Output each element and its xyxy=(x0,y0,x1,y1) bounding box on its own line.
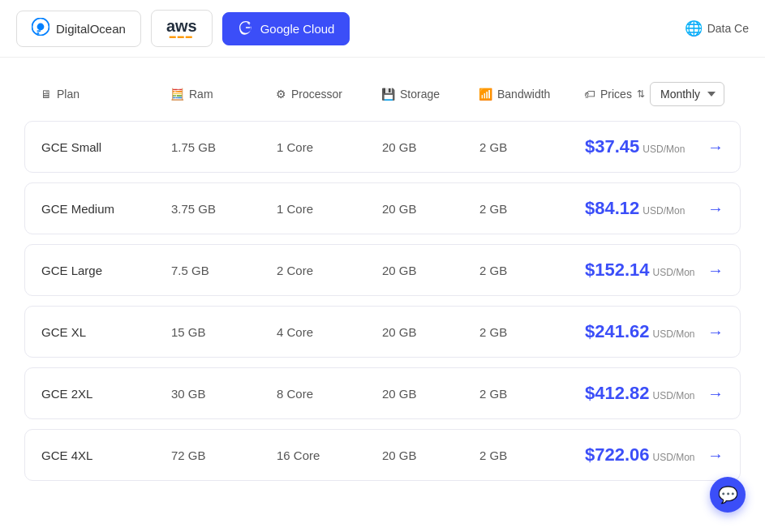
cell-processor-2: 2 Core xyxy=(277,264,382,277)
price-unit-3: USD/Mon xyxy=(653,328,695,340)
svg-point-1 xyxy=(37,23,45,30)
cell-processor-4: 8 Core xyxy=(277,387,382,401)
cell-plan-4: GCE 2XL xyxy=(41,387,171,401)
row-arrow-2[interactable]: → xyxy=(707,261,724,280)
data-center-selector[interactable]: 🌐 Data Ce xyxy=(685,19,749,37)
table-row[interactable]: GCE Small 1.75 GB 1 Core 20 GB 2 GB $37.… xyxy=(24,121,741,173)
globe-icon: 🌐 xyxy=(685,19,703,37)
ram-icon: 🧮 xyxy=(170,88,184,101)
col-header-plan: 🖥 Plan xyxy=(41,88,170,101)
cell-processor-5: 16 Core xyxy=(277,448,382,462)
bandwidth-icon: 📶 xyxy=(479,88,492,101)
header: DigitalOcean aws ▬▬▬ Google Cloud 🌐 Data… xyxy=(0,0,765,58)
row-arrow-0[interactable]: → xyxy=(707,138,724,157)
row-arrow-1[interactable]: → xyxy=(707,200,724,218)
plans-table: GCE Small 1.75 GB 1 Core 20 GB 2 GB $37.… xyxy=(24,121,741,491)
period-selector[interactable]: Monthly Hourly Yearly xyxy=(650,82,724,106)
cell-processor-1: 1 Core xyxy=(277,202,382,216)
cell-processor-3: 4 Core xyxy=(277,325,382,339)
brand-button-digitalocean[interactable]: DigitalOcean xyxy=(16,11,141,47)
table-row[interactable]: GCE Large 7.5 GB 2 Core 20 GB 2 GB $152.… xyxy=(24,244,741,296)
col-header-bandwidth: 📶 Bandwidth xyxy=(479,88,584,101)
plan-icon: 🖥 xyxy=(41,88,52,101)
cell-ram-2: 7.5 GB xyxy=(171,264,277,277)
cell-price-5: $722.06USD/Mon xyxy=(585,444,707,466)
col-header-prices: 🏷 Prices ⇅ xyxy=(584,88,650,101)
cell-plan-0: GCE Small xyxy=(41,140,171,154)
googlecloud-label: Google Cloud xyxy=(260,22,335,36)
col-header-processor: ⚙ Processor xyxy=(276,88,381,101)
price-unit-1: USD/Mon xyxy=(643,205,685,217)
table-row[interactable]: GCE Medium 3.75 GB 1 Core 20 GB 2 GB $84… xyxy=(24,182,741,234)
chat-icon: 💬 xyxy=(718,485,738,504)
column-headers: 🖥 Plan 🧮 Ram ⚙ Processor 💾 Storage 📶 Ban… xyxy=(24,74,741,114)
cell-bandwidth-5: 2 GB xyxy=(479,448,585,462)
cell-storage-3: 20 GB xyxy=(382,325,479,339)
row-arrow-5[interactable]: → xyxy=(707,446,724,465)
cell-bandwidth-0: 2 GB xyxy=(479,140,585,154)
table-row[interactable]: GCE 4XL 72 GB 16 Core 20 GB 2 GB $722.06… xyxy=(24,429,741,481)
cell-price-1: $84.12USD/Mon xyxy=(585,198,707,219)
cell-price-4: $412.82USD/Mon xyxy=(585,383,707,404)
cell-plan-3: GCE XL xyxy=(41,325,171,339)
brand-button-aws[interactable]: aws ▬▬▬ xyxy=(151,10,213,47)
cell-plan-2: GCE Large xyxy=(41,264,171,277)
row-arrow-4[interactable]: → xyxy=(707,384,724,403)
row-arrow-3[interactable]: → xyxy=(707,323,724,341)
table-row[interactable]: GCE 2XL 30 GB 8 Core 20 GB 2 GB $412.82U… xyxy=(24,367,741,419)
cell-storage-1: 20 GB xyxy=(382,202,479,216)
processor-icon: ⚙ xyxy=(276,88,286,101)
price-unit-4: USD/Mon xyxy=(653,390,695,401)
cell-bandwidth-1: 2 GB xyxy=(479,202,585,216)
cell-plan-1: GCE Medium xyxy=(41,202,171,216)
cell-price-3: $241.62USD/Mon xyxy=(585,321,707,342)
cell-processor-0: 1 Core xyxy=(277,140,382,154)
svg-rect-2 xyxy=(37,30,41,32)
prices-icon: 🏷 xyxy=(584,88,595,101)
cell-ram-3: 15 GB xyxy=(171,325,277,339)
cell-bandwidth-3: 2 GB xyxy=(479,325,585,339)
cell-price-0: $37.45USD/Mon xyxy=(585,136,707,157)
col-header-storage: 💾 Storage xyxy=(381,88,479,101)
sort-arrows-icon[interactable]: ⇅ xyxy=(637,88,645,100)
svg-rect-3 xyxy=(37,32,40,34)
cell-storage-0: 20 GB xyxy=(382,140,479,154)
data-center-label: Data Ce xyxy=(707,22,749,35)
main-content: 🖥 Plan 🧮 Ram ⚙ Processor 💾 Storage 📶 Ban… xyxy=(0,58,765,507)
price-unit-0: USD/Mon xyxy=(643,144,685,155)
cell-storage-2: 20 GB xyxy=(382,264,479,277)
googlecloud-icon xyxy=(238,19,254,38)
digitalocean-icon xyxy=(32,18,49,40)
cell-bandwidth-4: 2 GB xyxy=(479,387,585,401)
cell-storage-4: 20 GB xyxy=(382,387,479,401)
digitalocean-label: DigitalOcean xyxy=(56,22,126,36)
chat-bubble-button[interactable]: 💬 xyxy=(710,477,746,513)
price-unit-5: USD/Mon xyxy=(653,452,695,463)
period-select[interactable]: Monthly Hourly Yearly xyxy=(650,82,724,106)
storage-icon: 💾 xyxy=(381,88,395,101)
cell-ram-5: 72 GB xyxy=(171,448,277,462)
cell-price-2: $152.14USD/Mon xyxy=(585,260,707,281)
cell-ram-4: 30 GB xyxy=(171,387,277,401)
col-header-ram: 🧮 Ram xyxy=(170,88,276,101)
cell-plan-5: GCE 4XL xyxy=(41,448,171,462)
cell-bandwidth-2: 2 GB xyxy=(479,264,585,277)
table-row[interactable]: GCE XL 15 GB 4 Core 20 GB 2 GB $241.62US… xyxy=(24,306,741,358)
cell-storage-5: 20 GB xyxy=(382,448,479,462)
cell-ram-1: 3.75 GB xyxy=(171,202,277,216)
price-unit-2: USD/Mon xyxy=(653,267,695,278)
brand-button-googlecloud[interactable]: Google Cloud xyxy=(222,12,350,45)
cell-ram-0: 1.75 GB xyxy=(171,140,277,154)
aws-logo: aws ▬▬▬ xyxy=(166,17,197,40)
